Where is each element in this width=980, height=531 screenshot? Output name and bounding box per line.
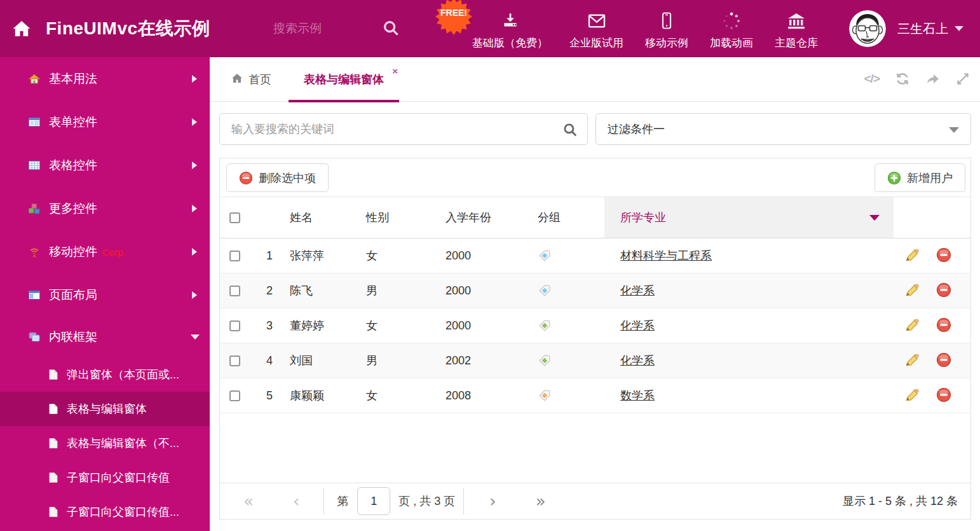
- view-source-icon[interactable]: </>: [864, 72, 880, 86]
- delete-row-icon[interactable]: [936, 317, 953, 334]
- row-checkbox[interactable]: [229, 251, 240, 261]
- cell-name: 康颖颖: [280, 378, 366, 413]
- col-header-gender[interactable]: 性别: [366, 197, 446, 238]
- sidebar-subitem-child-to-parent[interactable]: 子窗口向父窗口传值: [0, 460, 210, 495]
- nav-basic-edition[interactable]: 基础版（免费）: [461, 0, 559, 57]
- sidebar-item-form-controls[interactable]: 表单控件: [0, 100, 210, 144]
- major-link[interactable]: 材料科学与工程系: [620, 248, 712, 263]
- edit-icon[interactable]: [903, 247, 920, 264]
- header-search-icon[interactable]: [381, 18, 400, 40]
- delete-row-icon[interactable]: [936, 387, 953, 404]
- nav-enterprise-trial[interactable]: 企业版试用: [559, 0, 634, 57]
- row-checkbox[interactable]: [229, 390, 240, 401]
- user-menu[interactable]: 三生石上: [897, 0, 963, 57]
- user-avatar[interactable]: [849, 10, 886, 47]
- chevron-down-icon: [191, 334, 200, 340]
- row-checkbox[interactable]: [229, 321, 240, 331]
- last-page-icon[interactable]: »: [536, 493, 546, 509]
- nav-theme-repo[interactable]: 主题仓库: [764, 0, 829, 57]
- edit-icon[interactable]: [903, 387, 920, 404]
- col-header-year[interactable]: 入学年份: [446, 197, 528, 238]
- major-link[interactable]: 化学系: [620, 283, 655, 298]
- page-label-suffix: 页 , 共 3 页: [398, 493, 455, 509]
- tag-icon: [538, 354, 552, 368]
- first-page-icon[interactable]: «: [243, 493, 254, 509]
- layout-icon: [28, 289, 41, 301]
- edit-icon[interactable]: [903, 352, 920, 369]
- col-header-name[interactable]: 姓名: [280, 197, 366, 238]
- row-checkbox[interactable]: [229, 355, 240, 366]
- sidebar-subitem-child-to-parent-2[interactable]: 子窗口向父窗口传值...: [0, 495, 210, 529]
- edit-icon[interactable]: [903, 282, 920, 299]
- tab-home-label: 首页: [248, 72, 271, 87]
- delete-selected-button[interactable]: 删除选中项: [226, 163, 329, 192]
- minus-circle-icon: [239, 171, 253, 185]
- delete-row-icon[interactable]: [936, 352, 953, 369]
- sidebar-subitem-grid-edit-window-2[interactable]: 表格与编辑窗体（不...: [0, 426, 210, 460]
- app-title: FineUIMvc在线示例: [46, 17, 210, 41]
- row-index: 2: [248, 273, 280, 308]
- table-icon: [28, 159, 41, 172]
- share-icon[interactable]: [925, 71, 941, 86]
- prev-page-icon[interactable]: ‹: [293, 493, 299, 509]
- chevron-right-icon: [192, 118, 197, 126]
- col-header-group[interactable]: 分组: [528, 197, 604, 238]
- page-number-input[interactable]: [357, 487, 390, 515]
- major-link[interactable]: 化学系: [620, 318, 655, 333]
- sidebar-subitem-grid-edit-window[interactable]: 表格与编辑窗体: [0, 392, 210, 426]
- sidebar-item-label: 内联框架: [49, 329, 97, 345]
- nav-theme-repo-label: 主题仓库: [775, 36, 818, 50]
- sidebar-item-basic-usage[interactable]: 基本用法: [0, 57, 210, 100]
- sidebar-item-grid-controls[interactable]: 表格控件: [0, 144, 210, 187]
- tab-bar: 首页 表格与编辑窗体 × </>: [210, 57, 980, 102]
- select-all-checkbox[interactable]: [229, 212, 240, 223]
- add-user-button[interactable]: 新增用户: [875, 163, 965, 192]
- delete-row-icon[interactable]: [936, 282, 953, 299]
- chevron-right-icon: [192, 75, 197, 83]
- major-link[interactable]: 数学系: [620, 388, 655, 403]
- sidebar-item-mobile-controls[interactable]: 移动控件 Corp.: [0, 230, 210, 273]
- home-icon[interactable]: [11, 18, 32, 42]
- col-header-major[interactable]: 所学专业: [604, 197, 894, 238]
- expand-icon[interactable]: [956, 72, 970, 86]
- sidebar-item-more-controls[interactable]: 更多控件: [0, 187, 210, 230]
- sidebar-item-iframe[interactable]: 内联框架: [0, 317, 210, 357]
- nav-mobile-demo[interactable]: 移动示例: [634, 0, 699, 57]
- cell-name: 董婷婷: [280, 308, 366, 343]
- keyword-search-input[interactable]: [220, 114, 587, 144]
- col-header-index: [248, 197, 280, 238]
- row-index: 4: [248, 343, 280, 378]
- tab-home[interactable]: 首页: [231, 57, 271, 102]
- sidebar-subitem-popup-window[interactable]: 弹出窗体（本页面或...: [0, 357, 210, 392]
- header-search-input[interactable]: [273, 18, 372, 39]
- nav-loading-animation[interactable]: 加载动画: [699, 0, 764, 57]
- mobile-icon: [658, 9, 675, 33]
- edit-icon[interactable]: [903, 317, 920, 334]
- tab-grid-edit-window[interactable]: 表格与编辑窗体 ×: [289, 57, 399, 102]
- sidebar-item-page-layout[interactable]: 页面布局: [0, 273, 210, 317]
- frames-icon: [28, 331, 41, 343]
- filter-dropdown[interactable]: 过滤条件一: [595, 113, 971, 145]
- nav-enterprise-trial-label: 企业版试用: [569, 36, 623, 50]
- table-row: 5 康颖颖 女 2008 数学系: [220, 378, 970, 413]
- spinner-icon: [722, 9, 741, 33]
- next-page-icon[interactable]: ›: [489, 493, 496, 509]
- row-checkbox[interactable]: [229, 286, 240, 296]
- refresh-icon[interactable]: [895, 71, 910, 86]
- chevron-right-icon: [192, 205, 197, 212]
- app-header: FineUIMvc在线示例 FREE! 基础版（免费） 企业版试用 移动示例: [0, 0, 980, 57]
- user-grid: 删除选中项 新增用户 姓名 性别 入学年份 分组 所学专业: [219, 158, 971, 520]
- major-link[interactable]: 化学系: [620, 353, 655, 368]
- cell-year: 2008: [446, 378, 528, 413]
- cell-year: 2000: [446, 273, 528, 308]
- sidebar-item-label: 更多控件: [49, 200, 97, 217]
- search-icon[interactable]: [562, 121, 578, 141]
- delete-row-icon[interactable]: [936, 247, 953, 264]
- row-index: 1: [248, 238, 280, 273]
- sidebar-subitem-label: 子窗口向父窗口传值: [67, 470, 170, 485]
- header-nav: 基础版（免费） 企业版试用 移动示例 加载动画 主题仓库: [461, 0, 829, 57]
- sidebar-item-label: 移动控件: [49, 244, 97, 260]
- cell-name: 刘国: [280, 343, 366, 378]
- table-row: 1 张萍萍 女 2000 材料科学与工程系: [220, 238, 970, 273]
- close-icon[interactable]: ×: [392, 66, 398, 76]
